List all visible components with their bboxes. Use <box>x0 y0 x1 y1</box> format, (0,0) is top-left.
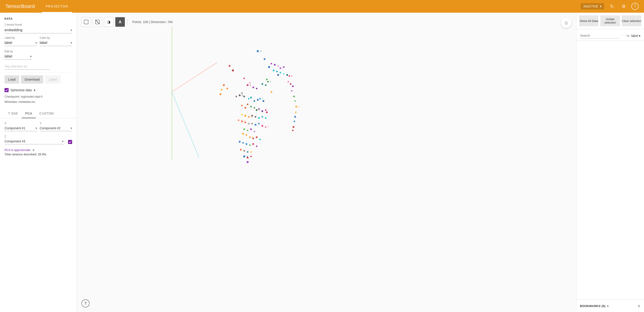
sphereize-checkbox[interactable] <box>4 88 8 92</box>
bookmarks-help-icon[interactable]: ● <box>607 304 609 308</box>
svg-rect-69 <box>262 125 263 127</box>
svg-rect-113 <box>290 83 291 85</box>
label-by-dropdown[interactable]: label ▾ <box>4 40 37 46</box>
variance-text: Total variance described: 26.9%. <box>4 152 72 156</box>
tab-custom[interactable]: CUSTOM <box>36 109 57 118</box>
svg-rect-64 <box>245 122 246 123</box>
by-dropdown[interactable]: label ▾ <box>631 34 640 38</box>
svg-rect-104 <box>283 66 284 68</box>
tensor-dropdown[interactable]: embedding ▾ <box>4 27 72 34</box>
settings-button[interactable]: ⚙ <box>620 2 628 11</box>
svg-rect-109 <box>286 74 288 76</box>
isolate-selection-button[interactable]: Isolate selection <box>600 15 620 26</box>
top-buttons-row: Show All Data Isolate selection Clear se… <box>576 13 644 29</box>
svg-rect-101 <box>278 65 279 67</box>
svg-rect-8 <box>264 58 266 60</box>
download-button[interactable]: Download <box>21 75 43 84</box>
svg-rect-17 <box>252 87 254 88</box>
pca-help-icon[interactable]: ● <box>32 148 34 152</box>
y-arrow-icon: ▾ <box>70 126 72 130</box>
label-mode-btn[interactable]: A <box>115 17 125 27</box>
svg-rect-76 <box>242 133 244 135</box>
canvas-help-button[interactable]: ? <box>82 299 90 307</box>
svg-rect-21 <box>266 79 268 80</box>
label-by-value: label <box>4 41 36 45</box>
svg-line-5 <box>172 92 199 158</box>
svg-rect-90 <box>240 149 242 150</box>
night-mode-btn[interactable]: ◑ <box>104 17 114 27</box>
z-arrow-icon: ▾ <box>62 139 64 143</box>
show-all-button[interactable]: Show All Data <box>579 15 598 26</box>
svg-rect-43 <box>247 104 248 105</box>
tag-selection-input[interactable] <box>4 63 50 70</box>
svg-rect-99 <box>271 63 272 64</box>
y-dropdown[interactable]: Component #2 ▾ <box>40 125 72 131</box>
x-axis-field: X Component #1 ▾ <box>4 122 37 132</box>
svg-rect-89 <box>256 145 257 147</box>
svg-rect-96 <box>247 157 248 159</box>
x-dropdown[interactable]: Component #1 ▾ <box>4 125 37 131</box>
svg-rect-14 <box>247 84 248 86</box>
tensor-dropdown-arrow-icon: ▾ <box>70 28 72 32</box>
sphereize-label: Sphereize data <box>10 88 32 92</box>
z-axis-row: Z Component #3 ▾ <box>4 135 72 145</box>
dropdown-arrow-icon: ▾ <box>600 5 602 8</box>
z-dropdown[interactable]: Component #3 ▾ <box>4 138 64 144</box>
svg-rect-36 <box>254 100 255 102</box>
svg-rect-68 <box>258 123 260 124</box>
svg-rect-50 <box>265 109 266 111</box>
svg-rect-46 <box>256 109 258 111</box>
color-by-value: label <box>40 41 71 45</box>
xy-axes-row: X Component #1 ▾ Y Component #2 ▾ <box>4 122 72 132</box>
edit-by-row: Edit by label ▾ <box>4 50 72 61</box>
svg-rect-86 <box>249 144 250 146</box>
svg-rect-110 <box>289 75 290 77</box>
tab-tsne[interactable]: T-SNE <box>4 109 22 118</box>
select-box-btn[interactable] <box>82 17 91 27</box>
svg-rect-114 <box>292 86 294 87</box>
nav-projector[interactable]: PROJECTOR <box>42 0 72 13</box>
home-button[interactable]: ⌂ <box>561 17 572 28</box>
clear-selection-button[interactable]: Clear selection <box>622 15 641 26</box>
color-by-dropdown[interactable]: label ▾ <box>40 40 72 46</box>
load-button[interactable]: Load <box>4 75 19 84</box>
z-label: Z <box>4 135 64 138</box>
svg-rect-29 <box>236 96 237 97</box>
svg-rect-35 <box>250 97 252 98</box>
svg-rect-48 <box>258 108 260 110</box>
help-button[interactable]: ? <box>631 3 638 10</box>
svg-rect-38 <box>259 98 261 99</box>
svg-rect-78 <box>249 136 251 138</box>
right-panel: Show All Data Isolate selection Clear se… <box>576 13 644 312</box>
sphereize-help-icon[interactable]: ● <box>34 88 36 92</box>
label-button[interactable]: Label <box>45 75 60 84</box>
tensor-count: 1 tensor found <box>4 23 72 26</box>
bookmarks-collapse-icon[interactable]: ∧ <box>638 303 640 308</box>
x-value: Component #1 <box>4 126 36 130</box>
svg-text:7: 7 <box>262 97 263 100</box>
points-info: Points: 100 | Dimension: 784 <box>132 20 173 24</box>
svg-rect-94 <box>243 155 245 157</box>
inactive-dropdown[interactable]: INACTIVE ▾ <box>581 3 604 10</box>
refresh-button[interactable]: ↻ <box>608 2 616 11</box>
color-by-label: Color by <box>40 36 72 39</box>
svg-rect-34 <box>248 98 250 99</box>
svg-rect-121 <box>294 116 296 118</box>
svg-rect-9 <box>268 66 270 68</box>
svg-rect-81 <box>256 136 258 138</box>
svg-rect-11 <box>232 70 234 71</box>
svg-rect-59 <box>262 116 263 117</box>
scatter-plot[interactable]: 932577627879781 <box>77 13 576 312</box>
svg-rect-6 <box>257 50 259 52</box>
search-input[interactable] <box>580 33 620 39</box>
svg-rect-74 <box>250 129 252 130</box>
tab-pca[interactable]: PCA <box>22 109 36 118</box>
select-polygon-btn[interactable] <box>93 17 102 27</box>
checkpoint-info: Checkpoint: log/model.ckpt-0 <box>0 94 77 99</box>
tensor-name: embedding <box>4 28 70 32</box>
z-axis-checkbox[interactable] <box>68 140 72 144</box>
svg-rect-92 <box>247 151 248 153</box>
svg-rect-97 <box>250 156 252 157</box>
svg-rect-82 <box>259 139 261 140</box>
edit-by-dropdown[interactable]: label ▾ <box>4 53 32 60</box>
